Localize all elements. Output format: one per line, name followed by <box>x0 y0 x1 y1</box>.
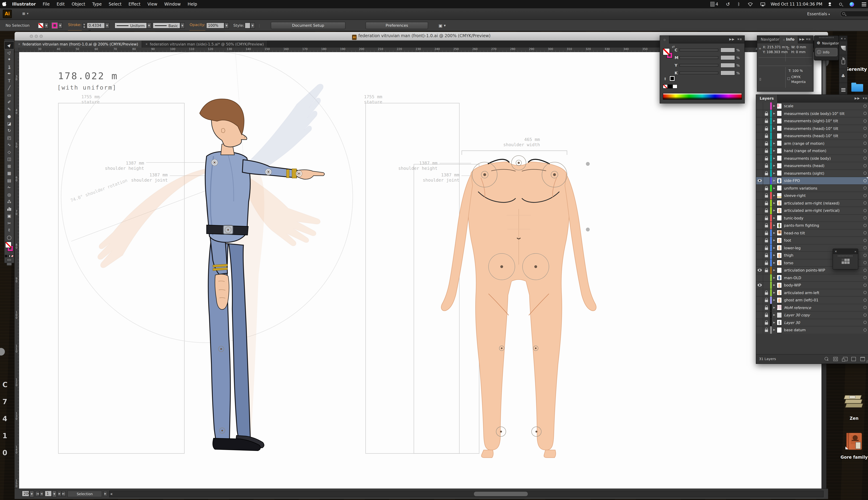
selection-tool[interactable]: ▶ <box>4 42 14 49</box>
layer-row[interactable]: ▶articulated arm-left <box>756 289 868 296</box>
wifi-icon[interactable] <box>746 0 755 8</box>
disclosure-triangle-icon[interactable]: ▶ <box>772 120 777 122</box>
lock-toggle[interactable] <box>763 282 770 289</box>
visibility-toggle[interactable] <box>756 125 763 132</box>
layer-row[interactable]: ▶arm (range of motion) <box>756 140 868 147</box>
visibility-toggle[interactable] <box>756 147 763 154</box>
stroke-swatch[interactable] <box>52 23 57 28</box>
menu-view[interactable]: View <box>144 0 161 8</box>
lock-toggle[interactable] <box>763 125 770 132</box>
lock-toggle[interactable] <box>763 229 770 237</box>
lock-toggle[interactable] <box>763 140 770 147</box>
zen-books-icon[interactable] <box>844 395 864 410</box>
visibility-toggle[interactable] <box>756 252 763 259</box>
desktop-icon-gore-family-label[interactable]: Gore family <box>838 455 868 460</box>
layers-panel-tab[interactable]: Layers <box>756 95 778 102</box>
layer-target-icon[interactable] <box>864 104 867 107</box>
layer-row[interactable]: ▶head-no tilt <box>756 229 868 237</box>
visibility-toggle[interactable] <box>756 177 763 184</box>
menu-object[interactable]: Object <box>68 0 89 8</box>
disclosure-triangle-icon[interactable]: ▶ <box>772 276 777 279</box>
panel-fill-none-swatch[interactable] <box>663 48 670 55</box>
visibility-toggle[interactable] <box>756 229 763 237</box>
layer-row[interactable]: ▶sleeve-right <box>756 192 868 200</box>
close-tab-icon[interactable]: ✕ <box>146 43 148 46</box>
none-mode-button[interactable] <box>11 255 13 257</box>
document-tab[interactable]: ✕federation vitruvian man (side)-1.5.ai*… <box>142 41 268 48</box>
disclosure-triangle-icon[interactable]: ▶ <box>772 284 777 287</box>
layer-row[interactable]: ▶hand (range of motion) <box>756 147 868 155</box>
notification-center-icon[interactable] <box>859 0 868 8</box>
layer-target-icon[interactable] <box>864 276 867 279</box>
visibility-toggle[interactable] <box>756 117 763 124</box>
layer-target-icon[interactable] <box>864 299 867 302</box>
new-layer-icon[interactable] <box>851 357 856 361</box>
disclosure-triangle-icon[interactable]: ▶ <box>772 105 777 107</box>
lock-toggle[interactable] <box>763 296 770 304</box>
lock-toggle[interactable] <box>763 162 770 169</box>
menu-select[interactable]: Select <box>105 0 125 8</box>
gradient-mode-button[interactable] <box>8 255 10 257</box>
siri-icon[interactable] <box>847 0 856 8</box>
disclosure-triangle-icon[interactable]: ▶ <box>772 254 777 257</box>
m-slider[interactable] <box>679 56 718 59</box>
lock-toggle[interactable] <box>763 117 770 124</box>
layer-target-icon[interactable] <box>864 149 867 152</box>
lock-toggle[interactable] <box>763 311 770 319</box>
close-tab-icon[interactable]: ✕ <box>18 43 20 46</box>
first-artboard-button[interactable]: |◀ <box>35 491 39 497</box>
disclosure-triangle-icon[interactable]: ▶ <box>772 247 777 249</box>
style-swatch[interactable] <box>245 23 250 29</box>
locate-object-icon[interactable] <box>824 357 829 361</box>
visibility-toggle[interactable] <box>756 282 763 289</box>
apple-menu-icon[interactable] <box>0 0 9 8</box>
artboard-tool[interactable]: ▣ <box>4 213 14 220</box>
visibility-toggle[interactable] <box>756 274 763 281</box>
toolbar-grip[interactable] <box>4 39 14 42</box>
dock-close-icon[interactable]: ✕ <box>841 37 843 40</box>
disclosure-triangle-icon[interactable]: ▶ <box>772 149 777 152</box>
collapse-panel-icon[interactable]: ▶▶ <box>799 37 805 41</box>
mini-panel-grip[interactable] <box>838 255 853 257</box>
lock-toggle[interactable] <box>763 304 770 311</box>
c-slider[interactable] <box>679 49 718 52</box>
layer-row[interactable]: ▶man-OLD <box>756 274 868 282</box>
disclosure-triangle-icon[interactable]: ▶ <box>772 187 777 190</box>
panel-menu-icon[interactable]: ▾≡ <box>738 37 742 41</box>
menu-illustrator[interactable]: Illustrator <box>9 0 39 8</box>
visibility-toggle[interactable] <box>756 237 763 244</box>
layer-row[interactable]: ▶measurments (side body)-10° tilt <box>756 110 868 117</box>
disclosure-triangle-icon[interactable]: ▶ <box>772 291 777 294</box>
layer-target-icon[interactable] <box>864 239 867 242</box>
previous-artboard-button[interactable]: ◀ <box>39 491 43 497</box>
style-dropdown[interactable]: ▼ <box>250 23 255 29</box>
layer-row[interactable]: measurements (head)-10° tilt <box>756 132 868 140</box>
lock-toggle[interactable] <box>763 192 770 199</box>
layer-target-icon[interactable] <box>864 157 867 160</box>
last-artboard-button[interactable]: ▶| <box>62 491 66 497</box>
lock-toggle[interactable] <box>763 267 770 274</box>
layer-target-icon[interactable] <box>864 329 867 332</box>
panel-menu-icon[interactable]: ▾≡ <box>863 96 868 100</box>
layer-row[interactable]: ▶scale <box>756 102 868 110</box>
popup-grip[interactable] <box>819 37 834 38</box>
layer-row[interactable]: ▶foot <box>756 237 868 244</box>
visibility-toggle[interactable] <box>756 162 763 169</box>
layer-row[interactable]: ▶pants-form fighting <box>756 222 868 229</box>
visibility-toggle[interactable] <box>756 155 763 162</box>
time-machine-icon[interactable]: ↺ <box>724 0 732 8</box>
disclosure-triangle-icon[interactable]: ▶ <box>772 142 777 145</box>
free-transform-tool[interactable]: ◇ <box>4 148 14 156</box>
pen-tool[interactable]: ✒ <box>4 70 14 77</box>
menu-help[interactable]: Help <box>184 0 201 8</box>
stroke-weight-value[interactable]: 0.4334 n <box>87 23 105 29</box>
visibility-toggle[interactable] <box>756 110 763 117</box>
slice-tool[interactable]: ✂ <box>4 220 14 227</box>
visibility-toggle[interactable] <box>756 184 763 192</box>
info-tab[interactable]: ◇ Info <box>779 36 798 43</box>
lock-toggle[interactable] <box>763 147 770 154</box>
layer-target-icon[interactable] <box>864 321 867 324</box>
layer-target-icon[interactable] <box>864 142 867 145</box>
eyedropper-tool[interactable]: ✁ <box>4 184 14 191</box>
lock-toggle[interactable] <box>763 252 770 259</box>
